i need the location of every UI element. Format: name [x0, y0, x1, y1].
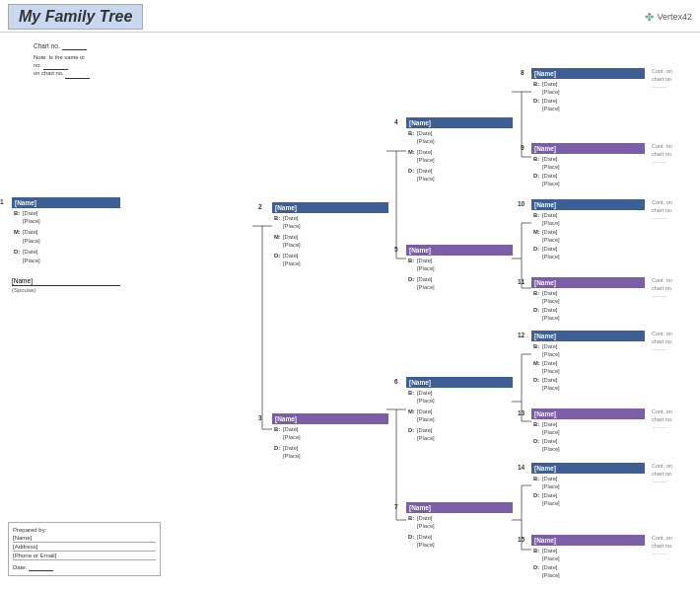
gen4-14-name-bar[interactable]: [Name] — [531, 463, 645, 474]
gen4-person-12: 12 [Name] Cont. onchart no........... B:… — [531, 331, 700, 393]
logo-text: Vertex42 — [657, 12, 692, 22]
gen4-12-name-bar[interactable]: [Name] — [531, 331, 645, 341]
prepared-name-field[interactable]: [Name] — [13, 535, 156, 543]
gen1-spouse: [Name] (Spouse) — [12, 277, 142, 293]
gen4-14-cont: Cont. onchart no........... — [652, 463, 700, 485]
gen4-9-cont: Cont. onchart no........... — [652, 143, 700, 166]
gen2-3-name-bar[interactable]: [Name] — [272, 413, 388, 424]
gen4-10-name-bar[interactable]: [Name] — [531, 199, 645, 210]
gen3-4-name-bar[interactable]: [Name] — [406, 117, 513, 128]
gen3-7-name-bar[interactable]: [Name] — [406, 502, 513, 513]
gen3-6-name-bar[interactable]: [Name] — [406, 377, 513, 388]
chart-no-label: Chart no. — [34, 42, 60, 49]
gen4-8-cont: Cont. onchart no........... — [652, 68, 700, 91]
tree-container: 2 [Name] B:[Date] [Place] M:[Date] [Plac… — [142, 37, 696, 580]
gen3-person-5: 5 [Name] B:[Date] [Place] D:[Date] [Plac… — [406, 245, 513, 293]
gen3-person-7: 7 [Name] B:[Date] [Place] D:[Date] [Plac… — [406, 502, 513, 551]
spouse-label: (Spouse) — [12, 287, 142, 293]
gen4-12-cont: Cont. onchart no........... — [652, 331, 700, 353]
gen4-person-8: 8 [Name] Cont. onchart no........... B:[… — [531, 68, 700, 114]
gen3-person-4: 4 [Name] B:[Date] [Place] M:[Date] [Plac… — [406, 117, 513, 184]
gen2-person-2: 2 [Name] B:[Date] [Place] M:[Date] [Plac… — [272, 202, 388, 268]
gen4-person-11: 11 [Name] Cont. onchart no........... B:… — [531, 277, 700, 324]
gen2-person-3: 3 [Name] B:[Date] [Place] D:[Date] [Plac… — [272, 413, 388, 462]
chart-no-field[interactable] — [62, 42, 87, 50]
gen4-person-13: 13 [Name] Cont. onchart no........... B:… — [531, 408, 700, 455]
gen4-10-cont: Cont. onchart no........... — [652, 199, 700, 222]
gen1-person: 1 [Name] B:[Date] [Place] M:[Date] [Plac… — [12, 197, 142, 265]
header: My Family Tree ✤ Vertex42 — [0, 0, 700, 33]
gen4-person-9: 9 [Name] Cont. onchart no........... B:[… — [531, 143, 700, 189]
address-field[interactable]: [Address] — [13, 544, 156, 552]
gen1-number: 1 — [0, 198, 4, 205]
gen4-15-cont: Cont. onchart no........... — [652, 535, 700, 557]
prepared-by-label: Prepared by: — [13, 527, 46, 533]
gen3-5-name-bar[interactable]: [Name] — [406, 245, 513, 256]
gen4-person-10: 10 [Name] Cont. onchart no........... B:… — [531, 199, 700, 261]
gen4-8-name-bar[interactable]: [Name] — [531, 68, 645, 79]
main-area: Chart no. Note: Is the same or no. on ch… — [0, 33, 700, 580]
logo: ✤ Vertex42 — [645, 11, 692, 24]
meta-box: Chart no. Note: Is the same or no. on ch… — [34, 42, 142, 79]
gen1-fields: B:[Date] [Place] M:[Date] [Place] D:[Dat… — [12, 208, 142, 265]
logo-icon: ✤ — [645, 11, 654, 24]
phone-field[interactable]: [Phone or Email] — [13, 553, 156, 560]
gen4-13-cont: Cont. onchart no........... — [652, 408, 700, 431]
app-title: My Family Tree — [8, 4, 143, 30]
gen4-person-14: 14 [Name] Cont. onchart no........... B:… — [531, 463, 700, 509]
gen4-11-cont: Cont. onchart no........... — [652, 277, 700, 300]
date-field[interactable] — [29, 564, 53, 571]
gen4-person-15: 15 [Name] Cont. onchart no........... B:… — [531, 535, 700, 581]
note-label: Note: Is the same or — [34, 54, 85, 60]
gen4-13-name-bar[interactable]: [Name] — [531, 408, 645, 419]
gen3-person-6: 6 [Name] B:[Date] [Place] M:[Date] [Plac… — [406, 377, 513, 443]
date-label: Date: — [13, 564, 27, 570]
gen4-9-name-bar[interactable]: [Name] — [531, 143, 645, 154]
bottom-info-box: Prepared by: [Name] [Address] [Phone or … — [8, 522, 161, 576]
gen4-15-name-bar[interactable]: [Name] — [531, 535, 645, 546]
gen1-name-bar[interactable]: [Name] — [12, 197, 120, 208]
gen2-2-name-bar[interactable]: [Name] — [272, 202, 388, 213]
gen4-11-name-bar[interactable]: [Name] — [531, 277, 645, 288]
